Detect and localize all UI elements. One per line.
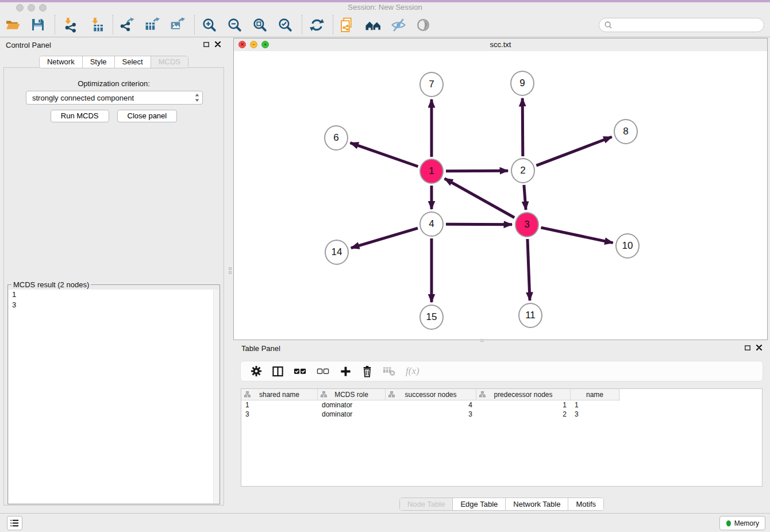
edge-1-6[interactable] — [351, 143, 418, 167]
mcds-result-list[interactable]: 13 — [9, 290, 219, 503]
refresh-button[interactable] — [309, 17, 325, 33]
edge-4-14[interactable] — [351, 228, 418, 248]
add-column-button[interactable] — [340, 365, 352, 377]
table-row[interactable]: 1dominator411 — [241, 400, 762, 410]
show-details-button[interactable] — [415, 17, 431, 33]
edge-3-1[interactable] — [445, 179, 515, 218]
export-table-button[interactable] — [144, 17, 160, 33]
export-image-button[interactable] — [169, 17, 185, 33]
search-box[interactable] — [599, 18, 764, 32]
zoom-out-button[interactable] — [226, 17, 242, 33]
float-panel-icon[interactable] — [203, 42, 209, 47]
graph-node-7[interactable]: 7 — [419, 72, 444, 97]
graph-node-2[interactable]: 2 — [511, 158, 535, 183]
graph-node-3[interactable]: 3 — [515, 212, 539, 237]
tab-select[interactable]: Select — [115, 56, 151, 68]
graph-node-11[interactable]: 11 — [518, 303, 542, 328]
select-all-button[interactable] — [294, 365, 307, 377]
control-tab-strip: NetworkStyleSelectMCDS — [39, 56, 188, 68]
edge-2-3[interactable] — [524, 185, 526, 210]
dropdown-stepper-icon — [192, 91, 202, 104]
network-window-titlebar[interactable]: ✕ − + scc.txt — [234, 38, 767, 52]
delete-table-button[interactable] — [383, 365, 396, 377]
zoom-selected-button[interactable] — [277, 17, 293, 33]
network-canvas[interactable]: 1234678910111415 — [234, 51, 767, 340]
graph-node-1[interactable]: 1 — [419, 159, 444, 184]
delete-table-icon — [383, 365, 396, 377]
export-network-button[interactable] — [118, 17, 134, 33]
column-header-MCDS-role[interactable]: MCDS role — [318, 389, 386, 400]
zoom-fit-button[interactable] — [252, 17, 268, 33]
edge-2-8[interactable] — [536, 137, 611, 165]
column-label: successor nodes — [405, 391, 456, 399]
zoom-fit-icon — [252, 17, 268, 33]
delete-column-button[interactable] — [361, 365, 373, 377]
open-session-button[interactable] — [5, 17, 21, 33]
criterion-dropdown[interactable]: strongly connected component — [26, 91, 203, 105]
tab-node-table[interactable]: Node Table — [400, 498, 453, 510]
table-settings-button[interactable] — [251, 365, 262, 377]
edge-2-9[interactable] — [522, 98, 523, 156]
column-header-successor-nodes[interactable]: successor nodes — [386, 389, 476, 400]
criterion-value: strongly connected component — [26, 94, 192, 102]
tab-style[interactable]: Style — [83, 56, 115, 68]
run-mcds-button[interactable]: Run MCDS — [51, 110, 109, 122]
edge-1-2[interactable] — [446, 171, 508, 171]
edge-4-3[interactable] — [446, 224, 512, 225]
home-layout-button[interactable] — [363, 17, 383, 33]
status-bar: Memory — [0, 513, 770, 532]
close-panel-icon[interactable] — [215, 41, 221, 47]
tab-network-table[interactable]: Network Table — [506, 498, 568, 510]
tab-network[interactable]: Network — [40, 56, 83, 68]
result-scrollbar[interactable] — [213, 290, 219, 503]
graph-node-4[interactable]: 4 — [419, 211, 444, 237]
unchecked-boxes-icon — [317, 365, 330, 377]
edge-3-11[interactable] — [528, 239, 530, 300]
split-divider[interactable] — [228, 37, 233, 513]
import-network-button[interactable] — [61, 17, 78, 33]
deselect-all-button[interactable] — [317, 365, 330, 377]
table-row[interactable]: 3dominator323 — [241, 410, 762, 419]
column-header-shared-name[interactable]: shared name — [241, 389, 318, 400]
save-session-button[interactable] — [30, 17, 46, 33]
hide-details-button[interactable] — [390, 17, 406, 33]
close-panel-button[interactable]: Close panel — [117, 110, 178, 122]
duplicate-network-button[interactable] — [339, 17, 355, 33]
eye-icon — [415, 17, 431, 33]
close-panel-icon[interactable] — [756, 345, 762, 350]
network-window-controls[interactable]: ✕ − + — [238, 41, 269, 48]
graph-node-15[interactable]: 15 — [419, 304, 444, 330]
search-input[interactable] — [613, 18, 764, 31]
task-history-button[interactable] — [7, 516, 22, 530]
column-header-predecessor-nodes[interactable]: predecessor nodes — [476, 389, 571, 400]
main-toolbar — [0, 13, 770, 37]
houses-icon — [364, 17, 382, 33]
graph-node-9[interactable]: 9 — [510, 71, 534, 96]
column-label: MCDS role — [334, 391, 368, 399]
table-split-view-button[interactable] — [272, 365, 284, 377]
network-minimize-button[interactable]: − — [250, 41, 257, 48]
zoom-out-icon — [227, 17, 242, 33]
tab-edge-table[interactable]: Edge Table — [453, 498, 506, 510]
edge-3-10[interactable] — [541, 228, 613, 242]
shared-column-icon — [388, 391, 395, 398]
zoom-in-button[interactable] — [201, 17, 217, 33]
network-close-button[interactable]: ✕ — [238, 41, 246, 48]
memory-button[interactable]: Memory — [719, 516, 765, 530]
network-window-title: scc.txt — [234, 38, 767, 51]
zoom-selected-icon — [278, 17, 293, 33]
graph-node-8[interactable]: 8 — [614, 119, 638, 144]
graph-node-6[interactable]: 6 — [324, 125, 348, 151]
tab-motifs[interactable]: Motifs — [568, 498, 603, 510]
import-table-button[interactable] — [88, 17, 105, 33]
column-header-name[interactable]: name — [571, 389, 619, 400]
network-view-window: ✕ − + scc.txt 1234678910111415 — [233, 38, 768, 340]
function-builder-button[interactable]: f(x) — [406, 365, 419, 377]
network-maximize-button[interactable]: + — [261, 41, 269, 48]
mcds-result-group: MCDS result (2 nodes) 13 — [7, 284, 220, 504]
float-panel-icon[interactable] — [745, 345, 750, 350]
graph-node-10[interactable]: 10 — [615, 233, 640, 259]
graph-node-14[interactable]: 14 — [325, 240, 349, 265]
table-cell: dominator — [318, 400, 386, 410]
tab-mcds[interactable]: MCDS — [151, 56, 188, 68]
